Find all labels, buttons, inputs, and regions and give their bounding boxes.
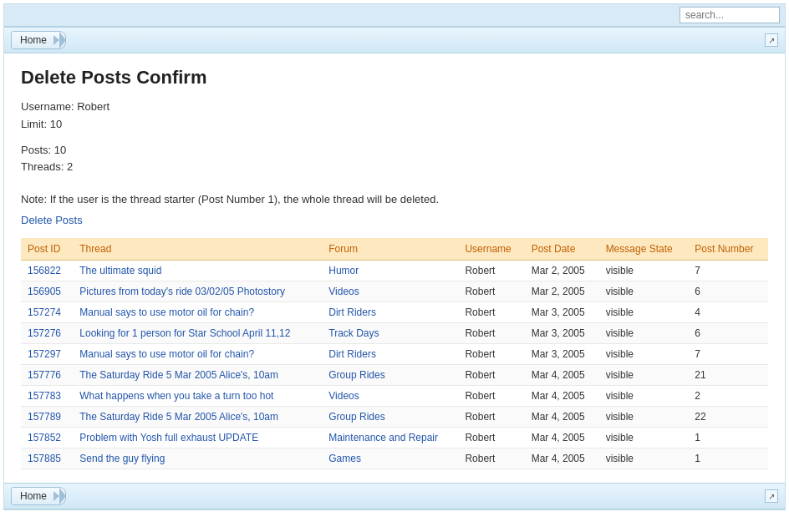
home-tab-label: Home <box>20 34 47 46</box>
thread-link[interactable]: The Saturday Ride 5 Mar 2005 Alice's, 10… <box>79 411 278 423</box>
cell-post-number: 1 <box>688 448 768 469</box>
post-id-link[interactable]: 157297 <box>28 348 61 360</box>
cell-forum[interactable]: Maintenance and Repair <box>322 428 458 448</box>
forum-link[interactable]: Group Rides <box>328 411 384 423</box>
thread-link[interactable]: Problem with Yosh full exhaust UPDATE <box>79 432 258 443</box>
cell-post-number: 22 <box>688 407 768 428</box>
thread-link[interactable]: Looking for 1 person for Star School Apr… <box>79 327 290 339</box>
cell-post-id[interactable]: 157274 <box>21 302 73 323</box>
post-id-link[interactable]: 157776 <box>28 369 61 381</box>
cell-post-number: 7 <box>688 344 768 365</box>
post-id-link[interactable]: 156905 <box>28 286 61 297</box>
cell-forum[interactable]: Dirt Riders <box>322 344 458 365</box>
posts-table: Post ID Thread Forum Username Post Date … <box>21 238 768 469</box>
cell-post-id[interactable]: 157852 <box>21 428 73 448</box>
cell-thread[interactable]: Looking for 1 person for Star School Apr… <box>73 323 322 344</box>
cell-message-state: visible <box>599 261 689 281</box>
cell-post-id[interactable]: 157783 <box>21 386 73 407</box>
bottom-nav-bar: Home ↗ <box>4 483 785 509</box>
col-thread: Thread <box>73 238 322 261</box>
post-id-link[interactable]: 157783 <box>28 390 61 402</box>
cell-forum[interactable]: Group Rides <box>322 365 458 386</box>
cell-thread[interactable]: The Saturday Ride 5 Mar 2005 Alice's, 10… <box>73 407 322 428</box>
thread-link[interactable]: The Saturday Ride 5 Mar 2005 Alice's, 10… <box>79 369 278 381</box>
cell-thread[interactable]: Manual says to use motor oil for chain? <box>73 344 322 365</box>
top-search-bar <box>4 4 785 27</box>
search-input[interactable] <box>680 7 780 23</box>
cell-thread[interactable]: Manual says to use motor oil for chain? <box>73 302 322 323</box>
cell-message-state: visible <box>599 281 689 302</box>
home-tab[interactable]: Home <box>11 31 66 49</box>
cell-message-state: visible <box>599 428 689 448</box>
cell-post-id[interactable]: 157276 <box>21 323 73 344</box>
post-id-link[interactable]: 157789 <box>28 411 61 423</box>
table-header-row: Post ID Thread Forum Username Post Date … <box>21 238 768 261</box>
table-row: 157274Manual says to use motor oil for c… <box>21 302 768 323</box>
table-row: 157776The Saturday Ride 5 Mar 2005 Alice… <box>21 365 768 386</box>
col-post-date: Post Date <box>525 238 599 261</box>
cell-username: Robert <box>458 302 524 323</box>
thread-link[interactable]: Manual says to use motor oil for chain? <box>79 348 254 360</box>
username-label: Username: Robert <box>21 99 768 116</box>
forum-link[interactable]: Maintenance and Repair <box>328 432 438 443</box>
cell-post-number: 1 <box>688 428 768 448</box>
posts-label: Posts: 10 <box>21 142 768 160</box>
cell-post-id[interactable]: 157885 <box>21 448 73 469</box>
post-id-link[interactable]: 156822 <box>28 265 61 276</box>
cell-post-number: 6 <box>688 281 768 302</box>
cell-thread[interactable]: The Saturday Ride 5 Mar 2005 Alice's, 10… <box>73 365 322 386</box>
cell-forum[interactable]: Dirt Riders <box>322 302 458 323</box>
forum-link[interactable]: Videos <box>328 286 359 297</box>
post-id-link[interactable]: 157274 <box>28 307 61 318</box>
cell-forum[interactable]: Videos <box>322 386 458 407</box>
table-row: 157783What happens when you take a turn … <box>21 386 768 407</box>
cell-thread[interactable]: Problem with Yosh full exhaust UPDATE <box>73 428 322 448</box>
table-row: 157885Send the guy flyingGamesRobertMar … <box>21 448 768 469</box>
forum-link[interactable]: Group Rides <box>328 369 384 381</box>
table-row: 156822The ultimate squidHumorRobertMar 2… <box>21 261 768 281</box>
thread-link[interactable]: The ultimate squid <box>79 265 161 276</box>
cell-post-id[interactable]: 157789 <box>21 407 73 428</box>
cell-post-date: Mar 4, 2005 <box>525 407 599 428</box>
cell-thread[interactable]: Pictures from today's ride 03/02/05 Phot… <box>73 281 322 302</box>
cell-post-date: Mar 3, 2005 <box>525 323 599 344</box>
col-message-state: Message State <box>599 238 689 261</box>
cell-forum[interactable]: Track Days <box>322 323 458 344</box>
cell-forum[interactable]: Games <box>322 448 458 469</box>
forum-link[interactable]: Dirt Riders <box>328 307 376 318</box>
forum-link[interactable]: Track Days <box>328 327 379 339</box>
thread-link[interactable]: Manual says to use motor oil for chain? <box>79 307 254 318</box>
delete-posts-link[interactable]: Delete Posts <box>21 214 83 226</box>
cell-forum[interactable]: Videos <box>322 281 458 302</box>
thread-link[interactable]: Send the guy flying <box>79 453 165 464</box>
forum-link[interactable]: Humor <box>328 265 359 276</box>
cell-thread[interactable]: The ultimate squid <box>73 261 322 281</box>
cell-forum[interactable]: Humor <box>322 261 458 281</box>
forum-link[interactable]: Videos <box>328 390 359 402</box>
cell-post-date: Mar 2, 2005 <box>525 261 599 281</box>
page-title: Delete Posts Confirm <box>21 67 768 89</box>
forum-link[interactable]: Games <box>328 453 361 464</box>
cell-post-number: 4 <box>688 302 768 323</box>
thread-link[interactable]: What happens when you take a turn too ho… <box>79 390 273 402</box>
forum-link[interactable]: Dirt Riders <box>328 348 376 360</box>
cell-post-id[interactable]: 157776 <box>21 365 73 386</box>
col-post-number: Post Number <box>688 238 768 261</box>
bottom-home-tab[interactable]: Home <box>11 487 66 505</box>
cell-post-id[interactable]: 157297 <box>21 344 73 365</box>
post-id-link[interactable]: 157852 <box>28 432 61 443</box>
cell-post-id[interactable]: 156905 <box>21 281 73 302</box>
cell-message-state: visible <box>599 344 689 365</box>
bottom-home-tab-label: Home <box>20 490 47 502</box>
bottom-external-link-icon[interactable]: ↗ <box>765 489 778 503</box>
post-id-link[interactable]: 157276 <box>28 327 61 339</box>
thread-link[interactable]: Pictures from today's ride 03/02/05 Phot… <box>79 286 285 297</box>
external-link-icon[interactable]: ↗ <box>765 33 778 47</box>
cell-post-date: Mar 4, 2005 <box>525 428 599 448</box>
cell-post-date: Mar 4, 2005 <box>525 365 599 386</box>
cell-post-id[interactable]: 156822 <box>21 261 73 281</box>
post-id-link[interactable]: 157885 <box>28 453 61 464</box>
cell-thread[interactable]: What happens when you take a turn too ho… <box>73 386 322 407</box>
cell-thread[interactable]: Send the guy flying <box>73 448 322 469</box>
cell-forum[interactable]: Group Rides <box>322 407 458 428</box>
